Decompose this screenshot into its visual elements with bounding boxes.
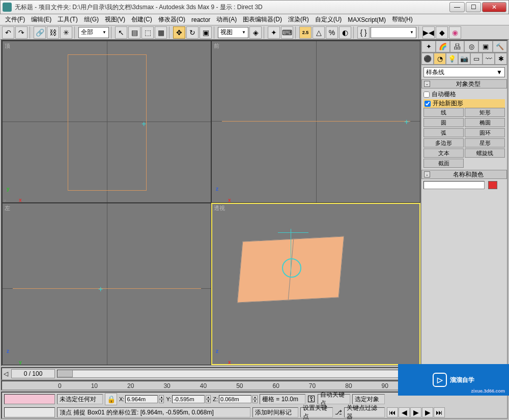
display-tab[interactable]: ▣ [478, 41, 493, 52]
viewport-top[interactable]: 顶 + yxz [3, 41, 211, 202]
menu-group[interactable]: 组(G) [81, 15, 102, 24]
menu-file[interactable]: 文件(F) [2, 15, 28, 24]
coord-y-input[interactable] [172, 395, 205, 403]
select-button[interactable]: ↖ [115, 26, 127, 39]
arc-button[interactable]: 弧 [423, 128, 464, 137]
select-region-button[interactable]: ⬚ [142, 26, 154, 39]
menu-view[interactable]: 视图(V) [102, 15, 128, 24]
goto-end-button[interactable]: ⏭ [434, 407, 445, 417]
move-button[interactable]: ✥ [173, 26, 185, 39]
coord-x-input[interactable] [125, 395, 158, 403]
viewport-left[interactable]: 左 + zy [3, 203, 211, 365]
keyfilter-button[interactable]: 关键点过滤器 [344, 407, 385, 417]
prev-frame-button[interactable]: ◀ [399, 407, 410, 417]
mirror-button[interactable]: ▶◀ [422, 26, 435, 39]
menu-create[interactable]: 创建(C) [128, 15, 155, 24]
autogrid-checkbox[interactable]: 自动栅格 [423, 89, 505, 99]
startnew-checkbox[interactable]: 开始新图形 [423, 99, 505, 108]
rollout-object-type[interactable]: -对象类型 [421, 79, 507, 88]
pivot-button[interactable]: ◈ [249, 26, 262, 39]
viewport-front[interactable]: 前 + zx [212, 41, 420, 202]
text-button[interactable]: 文本 [423, 148, 464, 158]
coord-z-input[interactable] [219, 395, 251, 403]
geometry-subtab[interactable]: ⚫ [421, 53, 434, 65]
named-selection-dropdown[interactable]: ▼ [371, 27, 416, 38]
category-dropdown[interactable]: 样条线▼ [423, 67, 505, 77]
percent-snap-button[interactable]: % [326, 26, 338, 39]
spinner-snap-button[interactable]: ◐ [339, 26, 351, 39]
modify-tab[interactable]: 🌈 [436, 41, 450, 52]
ngon-button[interactable]: 多边形 [423, 138, 464, 147]
star-button[interactable]: 星形 [465, 138, 505, 147]
close-button[interactable]: ✕ [482, 2, 506, 12]
coord-z-spinner[interactable]: ▲▼ [252, 395, 258, 403]
layers-button[interactable]: ◉ [449, 26, 461, 39]
select-name-button[interactable]: ▤ [128, 26, 140, 39]
window-crossing-button[interactable]: ▦ [155, 26, 167, 39]
cameras-subtab[interactable]: 📷 [458, 53, 470, 65]
color-swatch[interactable] [488, 181, 497, 189]
menu-maxscript[interactable]: MAXScript(M) [345, 16, 389, 23]
maximize-button[interactable]: ☐ [466, 2, 481, 12]
goto-start-button[interactable]: ⏮ [387, 407, 398, 417]
line-button[interactable]: 线 [423, 108, 464, 117]
menu-grapheditor[interactable]: 图表编辑器(D) [240, 15, 285, 24]
rectangle-button[interactable]: 矩形 [465, 108, 505, 117]
helpers-subtab[interactable]: ▭ [470, 53, 483, 65]
systems-subtab[interactable]: ✱ [495, 53, 507, 65]
next-frame-button[interactable]: ▶ [422, 407, 433, 417]
link-button[interactable]: 🔗 [34, 26, 46, 39]
select-manipulate-button[interactable]: ✦ [268, 26, 280, 39]
angle-snap-button[interactable]: △ [313, 26, 325, 39]
object-name-input[interactable] [423, 181, 485, 189]
timeline-thumb[interactable] [58, 370, 73, 377]
menu-render[interactable]: 渲染(R) [285, 15, 312, 24]
coord-y-spinner[interactable]: ▲▼ [206, 395, 211, 403]
script-listener[interactable] [4, 394, 55, 404]
shapes-subtab[interactable]: ◔ [434, 53, 446, 65]
section-button[interactable]: 截面 [423, 159, 464, 168]
timeline-left-icon[interactable]: ◁ [2, 370, 9, 377]
circle-button[interactable]: 圆 [423, 118, 464, 127]
align-button[interactable]: ◆ [436, 26, 448, 39]
add-time-tag[interactable]: 添加时间标记 [252, 407, 298, 417]
undo-button[interactable]: ↶ [2, 26, 14, 39]
helix-button[interactable]: 螺旋线 [465, 148, 505, 158]
create-tab[interactable]: ✦ [421, 41, 436, 52]
bind-button[interactable]: ✳ [60, 26, 72, 39]
redo-button[interactable]: ↷ [15, 26, 27, 39]
play-button[interactable]: ▶ [410, 407, 421, 417]
hierarchy-tab[interactable]: 品 [450, 41, 464, 52]
lock-selection-button[interactable]: 🔒 [105, 393, 117, 405]
ref-coord-dropdown[interactable]: 视图▼ [218, 27, 248, 38]
viewport-perspective[interactable]: 透视 zx [212, 203, 420, 365]
lights-subtab[interactable]: 💡 [446, 53, 458, 65]
utilities-tab[interactable]: 🔨 [493, 41, 507, 52]
menu-modifiers[interactable]: 修改器(O) [155, 15, 188, 24]
menu-tools[interactable]: 工具(T) [54, 15, 80, 24]
menu-edit[interactable]: 编辑(E) [28, 15, 54, 24]
motion-tab[interactable]: ◎ [464, 41, 478, 52]
scale-button[interactable]: ▣ [200, 26, 212, 39]
spacewarps-subtab[interactable]: 〰 [483, 53, 495, 65]
menu-customize[interactable]: 自定义(U) [312, 15, 345, 24]
minimize-button[interactable]: — [449, 2, 465, 12]
selected-obj-dropdown[interactable]: 选定对象 [352, 394, 385, 404]
rollout-name-color[interactable]: -名称和颜色 [421, 170, 507, 179]
donut-button[interactable]: 圆环 [465, 128, 505, 137]
unlink-button[interactable]: ⛓ [47, 26, 59, 39]
keyboard-shortcut-button[interactable]: ⌨ [281, 26, 293, 39]
named-selection-button[interactable]: { } [357, 26, 370, 39]
selection-filter-dropdown[interactable]: 全部▼ [78, 27, 109, 38]
setkey-button[interactable]: 设置关键点 [300, 407, 333, 417]
autokey-button[interactable]: 自动关键点 [318, 394, 350, 404]
menu-reactor[interactable]: reactor [188, 16, 213, 23]
script-output[interactable] [4, 407, 55, 417]
snap-toggle-button[interactable]: 2.5 [299, 26, 312, 39]
coord-x-spinner[interactable]: ▲▼ [159, 395, 164, 403]
ellipse-button[interactable]: 椭圆 [465, 118, 505, 127]
menu-help[interactable]: 帮助(H) [389, 15, 416, 24]
rotate-button[interactable]: ↻ [186, 26, 199, 39]
frame-indicator[interactable]: 0 / 100 [11, 369, 55, 378]
menu-animation[interactable]: 动画(A) [213, 15, 240, 24]
